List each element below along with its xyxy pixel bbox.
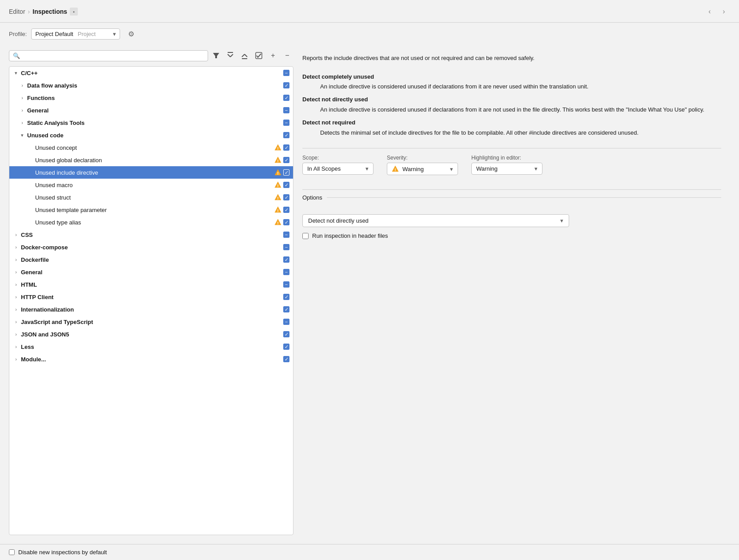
scope-dropdown[interactable]: In All Scopes ▾ [302,163,374,175]
tree-item-js-ts[interactable]: › JavaScript and TypeScript − [9,316,293,328]
tree-item-docker-compose[interactable]: › Docker-compose − [9,241,293,253]
profile-dropdown[interactable]: Project Default Project ▾ [31,28,120,40]
tree-item-i18n[interactable]: › Internationalization ✓ [9,303,293,316]
detect-dropdown[interactable]: Detect not directly used ▾ [302,214,569,227]
tree-item-json[interactable]: › JSON and JSON5 ✓ [9,328,293,340]
checkbox-module[interactable]: ✓ [283,356,289,362]
expand-icon-html: › [13,281,19,288]
checkbox-cpp[interactable]: − [283,70,289,76]
checkbox-static-tools[interactable]: − [283,120,289,126]
tree-item-unused-code[interactable]: ▾ Unused code ✓ [9,129,293,141]
severity-value: Warning [402,166,424,172]
tree-label-dockerfile: Dockerfile [21,256,281,263]
checkbox-general2[interactable]: − [283,269,289,275]
tree-item-unused-macro[interactable]: Unused macro ! ✓ [9,179,293,191]
tree-item-css[interactable]: › CSS − [9,228,293,241]
tree-item-dockerfile[interactable]: › Dockerfile ✓ [9,253,293,266]
nav-forward-button[interactable]: › [718,5,730,18]
profile-sub: Project [78,31,96,37]
svg-marker-0 [213,53,219,58]
tree-item-general[interactable]: › General − [9,104,293,116]
gear-button[interactable]: ⚙ [125,27,138,40]
section-body-2: An include directive is considered unuse… [302,105,721,115]
checkbox-functions[interactable]: ✓ [283,95,289,101]
checkbox-general[interactable]: − [283,107,289,113]
description-text: Reports the include directives that are … [302,54,721,141]
checkbox-unused-struct[interactable]: ✓ [283,194,289,200]
checkbox-unused-concept[interactable]: ✓ [283,144,289,151]
tree-label-unused-concept: Unused concept [35,144,273,151]
checkbox-js-ts[interactable]: − [283,319,289,325]
detect-dropdown-arrow-icon: ▾ [560,217,563,224]
run-inspection-label: Run inspection in header files [312,232,388,239]
checkbox-dockerfile[interactable]: ✓ [283,256,289,263]
checkbox-unused-alias[interactable]: ✓ [283,219,289,225]
svg-text:!: ! [277,221,279,225]
inspection-tree: ▾ C/C++ − › Data flow analysis ✓ › Funct… [9,66,293,535]
tree-item-http-client[interactable]: › HTTP Client ✓ [9,291,293,303]
checkbox-unused-code[interactable]: ✓ [283,132,289,138]
checkbox-i18n[interactable]: ✓ [283,306,289,312]
checkbox-unused-macro[interactable]: ✓ [283,182,289,188]
expand-icon-less: › [13,344,19,350]
search-box[interactable]: 🔍 [9,50,208,61]
options-section: Options Detect not directly used ▾ Run i… [302,189,721,244]
expand-icon-unused-macro [27,182,33,188]
tree-item-static-tools[interactable]: › Static Analysis Tools − [9,116,293,129]
run-inspection-row: Run inspection in header files [302,232,721,239]
tree-item-unused-global[interactable]: Unused global declaration ! ✓ [9,154,293,166]
checkbox-unused-template[interactable]: ✓ [283,207,289,213]
warning-icon-unused-template: ! [274,206,281,213]
scope-value: In All Scopes [307,165,341,172]
highlighting-dropdown[interactable]: Warning ▾ [471,163,542,175]
tree-item-unused-concept[interactable]: Unused concept ! ✓ [9,141,293,154]
checkbox-unused-include[interactable]: ✓ [283,169,289,176]
tree-item-cpp[interactable]: ▾ C/C++ − [9,67,293,79]
expand-icon-js-ts: › [13,319,19,325]
tree-item-general2[interactable]: › General − [9,266,293,278]
add-button[interactable]: + [267,49,279,62]
remove-button[interactable]: − [281,49,293,62]
expand-icon-cpp: ▾ [13,70,19,76]
checkbox-css[interactable]: − [283,232,289,238]
tree-item-functions[interactable]: › Functions ✓ [9,92,293,104]
nav-back-button[interactable]: ‹ [703,5,716,18]
tree-label-unused-struct: Unused struct [35,194,273,201]
checkbox-unused-global[interactable]: ✓ [283,157,289,163]
search-input[interactable] [23,52,204,59]
tree-item-html[interactable]: › HTML − [9,278,293,291]
checkbox-data-flow[interactable]: ✓ [283,82,289,88]
expand-all-button[interactable] [224,49,237,62]
expand-icon-unused-global [27,157,33,163]
section-title-3: Detect not required [302,118,721,128]
tree-item-unused-struct[interactable]: Unused struct ! ✓ [9,191,293,204]
run-inspection-checkbox[interactable] [302,233,309,239]
tree-item-less[interactable]: › Less ✓ [9,340,293,353]
expand-icon-dockerfile: › [13,256,19,263]
section-body-1: An include directive is considered unuse… [302,82,721,92]
checkbox-json[interactable]: ✓ [283,331,289,337]
scope-label: Scope: [302,155,374,161]
breadcrumb-current: Inspections [32,8,67,15]
check-all-button[interactable] [253,49,265,62]
disable-inspections-checkbox[interactable] [9,549,15,555]
tree-item-module[interactable]: › Module... ✓ [9,353,293,365]
section-title-1: Detect completely unused [302,72,721,82]
collapse-all-button[interactable] [238,49,251,62]
tree-item-data-flow[interactable]: › Data flow analysis ✓ [9,79,293,92]
titlebar: Editor › Inspections ▪ ‹ › [0,0,739,23]
tree-item-unused-template[interactable]: Unused template parameter ! ✓ [9,204,293,216]
severity-dropdown[interactable]: ! Warning ▾ [387,163,458,175]
checkbox-docker-compose[interactable]: − [283,244,289,250]
pin-icon[interactable]: ▪ [70,8,78,16]
tree-label-general2: General [21,269,281,276]
filter-button[interactable] [210,49,222,62]
expand-icon-general2: › [13,269,19,275]
warning-icon-unused-macro: ! [274,181,281,188]
checkbox-html[interactable]: − [283,281,289,288]
checkbox-http-client[interactable]: ✓ [283,294,289,300]
tree-label-i18n: Internationalization [21,306,281,313]
tree-item-unused-alias[interactable]: Unused type alias ! ✓ [9,216,293,228]
checkbox-less[interactable]: ✓ [283,344,289,350]
tree-item-unused-include[interactable]: Unused include directive ! ✓ [9,166,293,179]
